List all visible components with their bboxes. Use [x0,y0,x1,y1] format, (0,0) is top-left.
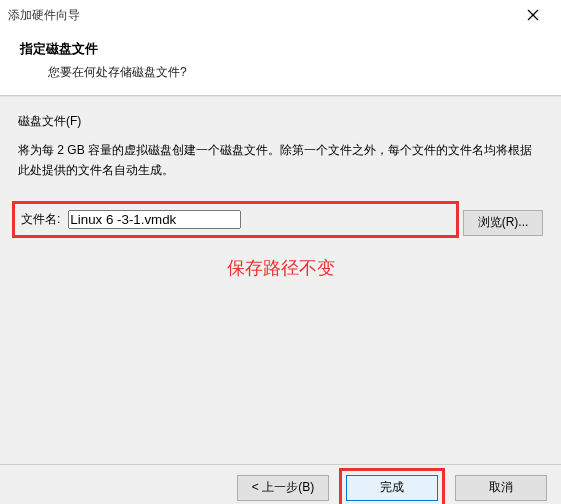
browse-button[interactable]: 浏览(R)... [463,210,543,236]
filename-input[interactable] [68,210,241,229]
wizard-content: 磁盘文件(F) 将为每 2 GB 容量的虚拟磁盘创建一个磁盘文件。除第一个文件之… [0,96,561,464]
close-icon [527,9,539,21]
section-label: 磁盘文件(F) [18,113,543,130]
wizard-footer: < 上一步(B) 完成 取消 [0,464,561,504]
window-title: 添加硬件向导 [8,7,513,24]
description-text: 将为每 2 GB 容量的虚拟磁盘创建一个磁盘文件。除第一个文件之外，每个文件的文… [18,140,543,181]
cancel-button[interactable]: 取消 [455,475,547,501]
annotation-text: 保存路径不变 [18,256,543,280]
close-button[interactable] [513,0,553,30]
finish-button[interactable]: 完成 [346,475,438,501]
finish-highlight-box: 完成 [339,468,445,505]
filename-highlight-box: 文件名: [12,201,459,238]
header-subtitle: 您要在何处存储磁盘文件? [20,64,541,81]
filename-label: 文件名: [21,211,60,228]
header-title: 指定磁盘文件 [20,40,541,58]
wizard-header: 指定磁盘文件 您要在何处存储磁盘文件? [0,30,561,96]
titlebar: 添加硬件向导 [0,0,561,30]
back-button[interactable]: < 上一步(B) [237,475,329,501]
